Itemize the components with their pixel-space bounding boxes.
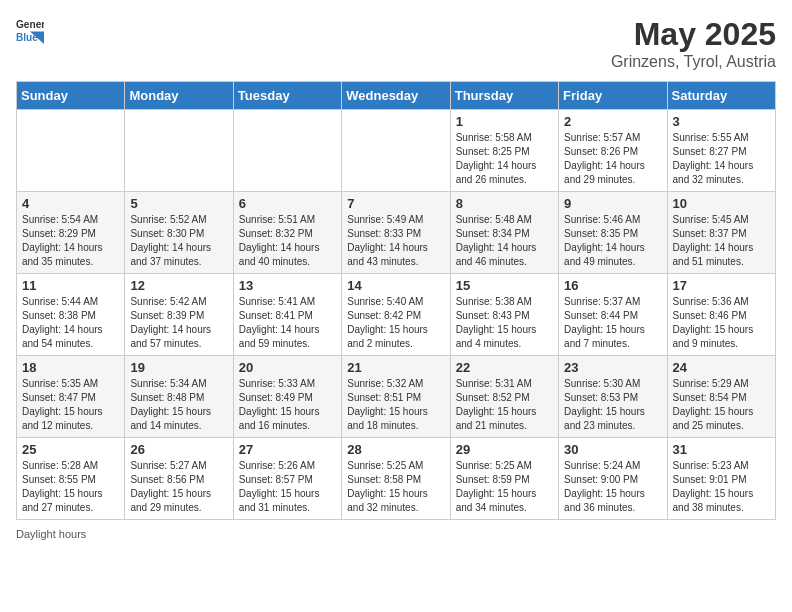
day-cell — [17, 110, 125, 192]
column-header-tuesday: Tuesday — [233, 82, 341, 110]
day-info: Sunrise: 5:31 AM Sunset: 8:52 PM Dayligh… — [456, 377, 553, 433]
day-cell: 25Sunrise: 5:28 AM Sunset: 8:55 PM Dayli… — [17, 438, 125, 520]
day-cell: 11Sunrise: 5:44 AM Sunset: 8:38 PM Dayli… — [17, 274, 125, 356]
day-cell: 3Sunrise: 5:55 AM Sunset: 8:27 PM Daylig… — [667, 110, 775, 192]
day-number: 3 — [673, 114, 770, 129]
day-number: 1 — [456, 114, 553, 129]
day-cell: 17Sunrise: 5:36 AM Sunset: 8:46 PM Dayli… — [667, 274, 775, 356]
day-cell — [233, 110, 341, 192]
calendar-table: SundayMondayTuesdayWednesdayThursdayFrid… — [16, 81, 776, 520]
calendar-footer: Daylight hours — [16, 528, 776, 540]
day-number: 11 — [22, 278, 119, 293]
day-number: 18 — [22, 360, 119, 375]
week-row-4: 18Sunrise: 5:35 AM Sunset: 8:47 PM Dayli… — [17, 356, 776, 438]
day-cell: 20Sunrise: 5:33 AM Sunset: 8:49 PM Dayli… — [233, 356, 341, 438]
day-cell — [125, 110, 233, 192]
day-cell: 8Sunrise: 5:48 AM Sunset: 8:34 PM Daylig… — [450, 192, 558, 274]
day-cell: 22Sunrise: 5:31 AM Sunset: 8:52 PM Dayli… — [450, 356, 558, 438]
day-info: Sunrise: 5:29 AM Sunset: 8:54 PM Dayligh… — [673, 377, 770, 433]
day-number: 27 — [239, 442, 336, 457]
day-cell: 10Sunrise: 5:45 AM Sunset: 8:37 PM Dayli… — [667, 192, 775, 274]
day-cell: 21Sunrise: 5:32 AM Sunset: 8:51 PM Dayli… — [342, 356, 450, 438]
column-header-sunday: Sunday — [17, 82, 125, 110]
day-number: 30 — [564, 442, 661, 457]
day-cell: 7Sunrise: 5:49 AM Sunset: 8:33 PM Daylig… — [342, 192, 450, 274]
day-cell: 26Sunrise: 5:27 AM Sunset: 8:56 PM Dayli… — [125, 438, 233, 520]
day-info: Sunrise: 5:23 AM Sunset: 9:01 PM Dayligh… — [673, 459, 770, 515]
day-number: 21 — [347, 360, 444, 375]
day-cell: 14Sunrise: 5:40 AM Sunset: 8:42 PM Dayli… — [342, 274, 450, 356]
day-number: 29 — [456, 442, 553, 457]
svg-text:General: General — [16, 19, 44, 30]
day-cell: 6Sunrise: 5:51 AM Sunset: 8:32 PM Daylig… — [233, 192, 341, 274]
day-number: 25 — [22, 442, 119, 457]
header-row: SundayMondayTuesdayWednesdayThursdayFrid… — [17, 82, 776, 110]
svg-text:Blue: Blue — [16, 32, 38, 43]
day-info: Sunrise: 5:42 AM Sunset: 8:39 PM Dayligh… — [130, 295, 227, 351]
day-number: 20 — [239, 360, 336, 375]
day-info: Sunrise: 5:45 AM Sunset: 8:37 PM Dayligh… — [673, 213, 770, 269]
day-info: Sunrise: 5:28 AM Sunset: 8:55 PM Dayligh… — [22, 459, 119, 515]
column-header-thursday: Thursday — [450, 82, 558, 110]
day-info: Sunrise: 5:24 AM Sunset: 9:00 PM Dayligh… — [564, 459, 661, 515]
footer-label: Daylight hours — [16, 528, 86, 540]
day-cell: 9Sunrise: 5:46 AM Sunset: 8:35 PM Daylig… — [559, 192, 667, 274]
day-info: Sunrise: 5:25 AM Sunset: 8:59 PM Dayligh… — [456, 459, 553, 515]
day-number: 13 — [239, 278, 336, 293]
week-row-2: 4Sunrise: 5:54 AM Sunset: 8:29 PM Daylig… — [17, 192, 776, 274]
day-info: Sunrise: 5:44 AM Sunset: 8:38 PM Dayligh… — [22, 295, 119, 351]
day-number: 4 — [22, 196, 119, 211]
month-title: May 2025 — [611, 16, 776, 53]
day-info: Sunrise: 5:52 AM Sunset: 8:30 PM Dayligh… — [130, 213, 227, 269]
day-info: Sunrise: 5:27 AM Sunset: 8:56 PM Dayligh… — [130, 459, 227, 515]
day-info: Sunrise: 5:49 AM Sunset: 8:33 PM Dayligh… — [347, 213, 444, 269]
day-info: Sunrise: 5:36 AM Sunset: 8:46 PM Dayligh… — [673, 295, 770, 351]
day-cell: 15Sunrise: 5:38 AM Sunset: 8:43 PM Dayli… — [450, 274, 558, 356]
day-info: Sunrise: 5:57 AM Sunset: 8:26 PM Dayligh… — [564, 131, 661, 187]
day-number: 31 — [673, 442, 770, 457]
day-cell: 4Sunrise: 5:54 AM Sunset: 8:29 PM Daylig… — [17, 192, 125, 274]
day-info: Sunrise: 5:30 AM Sunset: 8:53 PM Dayligh… — [564, 377, 661, 433]
week-row-5: 25Sunrise: 5:28 AM Sunset: 8:55 PM Dayli… — [17, 438, 776, 520]
day-number: 5 — [130, 196, 227, 211]
day-info: Sunrise: 5:54 AM Sunset: 8:29 PM Dayligh… — [22, 213, 119, 269]
day-info: Sunrise: 5:35 AM Sunset: 8:47 PM Dayligh… — [22, 377, 119, 433]
day-info: Sunrise: 5:40 AM Sunset: 8:42 PM Dayligh… — [347, 295, 444, 351]
day-info: Sunrise: 5:48 AM Sunset: 8:34 PM Dayligh… — [456, 213, 553, 269]
day-info: Sunrise: 5:33 AM Sunset: 8:49 PM Dayligh… — [239, 377, 336, 433]
day-info: Sunrise: 5:25 AM Sunset: 8:58 PM Dayligh… — [347, 459, 444, 515]
day-info: Sunrise: 5:37 AM Sunset: 8:44 PM Dayligh… — [564, 295, 661, 351]
day-number: 8 — [456, 196, 553, 211]
title-block: May 2025 Grinzens, Tyrol, Austria — [611, 16, 776, 71]
day-info: Sunrise: 5:34 AM Sunset: 8:48 PM Dayligh… — [130, 377, 227, 433]
day-cell: 19Sunrise: 5:34 AM Sunset: 8:48 PM Dayli… — [125, 356, 233, 438]
day-number: 26 — [130, 442, 227, 457]
day-info: Sunrise: 5:55 AM Sunset: 8:27 PM Dayligh… — [673, 131, 770, 187]
day-number: 6 — [239, 196, 336, 211]
page-header: General Blue May 2025 Grinzens, Tyrol, A… — [16, 16, 776, 71]
day-cell: 13Sunrise: 5:41 AM Sunset: 8:41 PM Dayli… — [233, 274, 341, 356]
day-info: Sunrise: 5:46 AM Sunset: 8:35 PM Dayligh… — [564, 213, 661, 269]
day-cell: 23Sunrise: 5:30 AM Sunset: 8:53 PM Dayli… — [559, 356, 667, 438]
day-cell: 18Sunrise: 5:35 AM Sunset: 8:47 PM Dayli… — [17, 356, 125, 438]
day-cell: 16Sunrise: 5:37 AM Sunset: 8:44 PM Dayli… — [559, 274, 667, 356]
column-header-monday: Monday — [125, 82, 233, 110]
day-number: 19 — [130, 360, 227, 375]
day-number: 24 — [673, 360, 770, 375]
day-info: Sunrise: 5:41 AM Sunset: 8:41 PM Dayligh… — [239, 295, 336, 351]
day-cell: 5Sunrise: 5:52 AM Sunset: 8:30 PM Daylig… — [125, 192, 233, 274]
day-info: Sunrise: 5:51 AM Sunset: 8:32 PM Dayligh… — [239, 213, 336, 269]
day-number: 10 — [673, 196, 770, 211]
logo: General Blue — [16, 16, 44, 44]
day-cell: 1Sunrise: 5:58 AM Sunset: 8:25 PM Daylig… — [450, 110, 558, 192]
day-cell: 30Sunrise: 5:24 AM Sunset: 9:00 PM Dayli… — [559, 438, 667, 520]
day-number: 22 — [456, 360, 553, 375]
week-row-1: 1Sunrise: 5:58 AM Sunset: 8:25 PM Daylig… — [17, 110, 776, 192]
day-info: Sunrise: 5:26 AM Sunset: 8:57 PM Dayligh… — [239, 459, 336, 515]
day-number: 16 — [564, 278, 661, 293]
day-number: 2 — [564, 114, 661, 129]
day-number: 28 — [347, 442, 444, 457]
day-cell: 12Sunrise: 5:42 AM Sunset: 8:39 PM Dayli… — [125, 274, 233, 356]
day-info: Sunrise: 5:32 AM Sunset: 8:51 PM Dayligh… — [347, 377, 444, 433]
day-number: 9 — [564, 196, 661, 211]
